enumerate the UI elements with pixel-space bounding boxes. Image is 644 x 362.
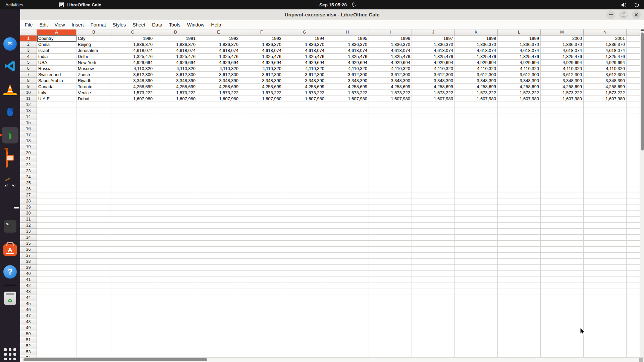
cell[interactable]: 3,348,390: [541, 78, 584, 84]
cell[interactable]: 4,110,320: [455, 66, 498, 72]
cell[interactable]: USA: [37, 60, 76, 66]
cell[interactable]: 3,348,390: [498, 78, 541, 84]
cell[interactable]: Delhi: [76, 54, 111, 60]
cell[interactable]: [76, 210, 111, 217]
cell[interactable]: [455, 277, 498, 283]
column-header-J[interactable]: J: [412, 29, 455, 36]
cell[interactable]: 3,348,390: [283, 78, 326, 84]
row-header-27[interactable]: 27: [20, 192, 37, 198]
cell[interactable]: [584, 343, 627, 349]
cell[interactable]: [541, 307, 584, 313]
menu-tools[interactable]: Tools: [166, 20, 184, 29]
minimize-button[interactable]: [606, 10, 615, 19]
cell[interactable]: [240, 277, 283, 283]
cell[interactable]: [240, 295, 283, 301]
cell[interactable]: [37, 289, 76, 295]
cell[interactable]: 1,607,980: [455, 96, 498, 102]
row-header-41[interactable]: 41: [20, 277, 37, 283]
cell[interactable]: [197, 210, 240, 217]
cell[interactable]: [498, 162, 541, 168]
cell[interactable]: [76, 331, 111, 337]
cell[interactable]: [37, 120, 76, 126]
cell[interactable]: [369, 253, 412, 259]
cell[interactable]: [326, 108, 369, 114]
cell[interactable]: [326, 168, 369, 174]
cell[interactable]: [197, 337, 240, 343]
cell[interactable]: [541, 349, 584, 355]
row-header-51[interactable]: 51: [20, 337, 37, 343]
cell[interactable]: [541, 289, 584, 295]
cell[interactable]: [111, 325, 154, 331]
row-header-29[interactable]: 29: [20, 204, 37, 210]
cell[interactable]: [627, 247, 640, 253]
cell[interactable]: [455, 289, 498, 295]
cell[interactable]: [240, 114, 283, 120]
cell[interactable]: 1,325,476: [369, 54, 412, 60]
cell[interactable]: [541, 241, 584, 247]
cell[interactable]: 1,607,980: [498, 96, 541, 102]
cell[interactable]: [369, 283, 412, 289]
cell[interactable]: [627, 96, 640, 102]
cell[interactable]: 1,573,222: [455, 90, 498, 96]
cell[interactable]: [76, 307, 111, 313]
column-header-L[interactable]: L: [498, 29, 541, 36]
cell[interactable]: [154, 325, 197, 331]
cell[interactable]: [412, 313, 455, 319]
cell[interactable]: [197, 331, 240, 337]
cell[interactable]: [627, 277, 640, 283]
cell[interactable]: [37, 126, 76, 132]
cell[interactable]: [627, 132, 640, 138]
cell[interactable]: [498, 307, 541, 313]
cell[interactable]: [283, 283, 326, 289]
cell[interactable]: [197, 319, 240, 325]
cell[interactable]: [197, 120, 240, 126]
cell[interactable]: [197, 313, 240, 319]
cell[interactable]: [76, 229, 111, 235]
cell[interactable]: 4,618,074: [111, 48, 154, 54]
cell[interactable]: [283, 271, 326, 277]
row-header-46[interactable]: 46: [20, 307, 37, 313]
cell[interactable]: [154, 168, 197, 174]
horizontal-scrollbar[interactable]: [20, 357, 644, 362]
cell[interactable]: [584, 337, 627, 343]
cell[interactable]: [154, 180, 197, 186]
cell[interactable]: [412, 277, 455, 283]
cell[interactable]: 4,258,699: [584, 84, 627, 90]
cell[interactable]: [412, 144, 455, 150]
dock-item-app-grid[interactable]: [2, 347, 18, 362]
cell[interactable]: [584, 271, 627, 277]
cell[interactable]: [412, 138, 455, 144]
cell[interactable]: [627, 253, 640, 259]
cell[interactable]: [326, 301, 369, 307]
cell[interactable]: [369, 186, 412, 192]
cell[interactable]: Switzerland: [37, 72, 76, 78]
cell[interactable]: 4,258,699: [283, 84, 326, 90]
cell[interactable]: 4,258,699: [154, 84, 197, 90]
cell[interactable]: [37, 114, 76, 120]
cell[interactable]: New York: [76, 60, 111, 66]
row-header-26[interactable]: 26: [20, 186, 37, 192]
row-header-13[interactable]: 13: [20, 108, 37, 114]
cell[interactable]: [584, 156, 627, 162]
cell[interactable]: [412, 283, 455, 289]
cell[interactable]: [541, 331, 584, 337]
cell[interactable]: [369, 289, 412, 295]
cell[interactable]: [76, 289, 111, 295]
row-header-14[interactable]: 14: [20, 114, 37, 120]
cell[interactable]: [76, 204, 111, 210]
cell[interactable]: [412, 114, 455, 120]
cell[interactable]: [37, 204, 76, 210]
cell[interactable]: [627, 229, 640, 235]
cell[interactable]: [76, 144, 111, 150]
cell[interactable]: [455, 210, 498, 217]
menu-window[interactable]: Window: [184, 20, 208, 29]
cell[interactable]: [584, 283, 627, 289]
cell[interactable]: [154, 210, 197, 217]
cell[interactable]: [197, 271, 240, 277]
cell[interactable]: U.A.E: [37, 96, 76, 102]
cell[interactable]: [627, 120, 640, 126]
cell[interactable]: [541, 259, 584, 265]
cell[interactable]: 4,618,074: [498, 48, 541, 54]
cell[interactable]: [627, 295, 640, 301]
cell[interactable]: [326, 253, 369, 259]
